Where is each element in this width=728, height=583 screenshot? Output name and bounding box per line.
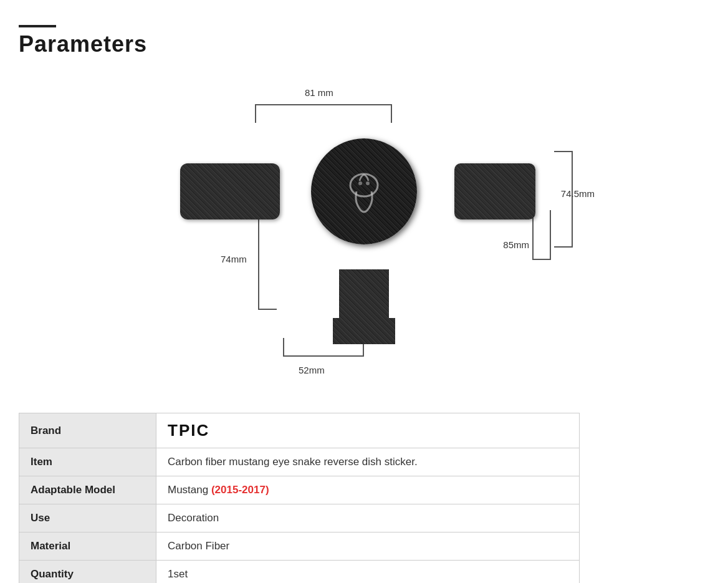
dim-top-label: 81 mm <box>305 87 333 98</box>
bracket-top <box>255 104 392 123</box>
spec-label: Quantity <box>19 561 156 584</box>
snake-svg <box>336 163 392 219</box>
bracket-right-inner <box>532 210 551 260</box>
model-year: (2015-2017) <box>211 484 269 496</box>
spec-label: Material <box>19 532 156 561</box>
svg-point-0 <box>350 174 378 196</box>
header-accent-line <box>19 25 56 27</box>
table-row: MaterialCarbon Fiber <box>19 532 580 561</box>
spec-value: Carbon Fiber <box>156 532 580 561</box>
part-right <box>454 163 535 219</box>
table-row: Adaptable ModelMustang (2015-2017) <box>19 476 580 504</box>
spec-label: Item <box>19 448 156 476</box>
table-row: ItemCarbon fiber mustang eye snake rever… <box>19 448 580 476</box>
spec-value: 1set <box>156 561 580 584</box>
product-diagram: 81 mm 74.5mm 85mm 74mm 52mm <box>130 70 598 394</box>
svg-point-1 <box>358 181 362 185</box>
parameters-header: Parameters <box>19 25 709 57</box>
spec-label: Use <box>19 504 156 532</box>
part-center-oval <box>311 138 417 244</box>
spec-value: Mustang (2015-2017) <box>156 476 580 504</box>
spec-value: Carbon fiber mustang eye snake reverse d… <box>156 448 580 476</box>
bracket-left-outer <box>258 213 277 310</box>
spec-value: TPIC <box>156 413 580 448</box>
dim-right-outer-label: 74.5mm <box>561 188 595 199</box>
dim-left-label: 74mm <box>221 254 247 264</box>
specs-table: BrandTPICItemCarbon fiber mustang eye sn… <box>19 413 580 583</box>
bracket-right-outer <box>554 151 573 248</box>
table-row: UseDecoration <box>19 504 580 532</box>
svg-point-2 <box>366 181 370 185</box>
brand-text: TPIC <box>168 421 209 440</box>
spec-value: Decoration <box>156 504 580 532</box>
page-title: Parameters <box>19 31 709 57</box>
table-row: BrandTPIC <box>19 413 580 448</box>
spec-label: Brand <box>19 413 156 448</box>
spec-label: Adaptable Model <box>19 476 156 504</box>
part-bottom <box>333 269 395 344</box>
dim-right-inner-label: 85mm <box>503 239 529 250</box>
dim-bottom-label: 52mm <box>299 365 325 375</box>
part-left <box>180 163 280 219</box>
table-row: Quantity1set <box>19 561 580 584</box>
